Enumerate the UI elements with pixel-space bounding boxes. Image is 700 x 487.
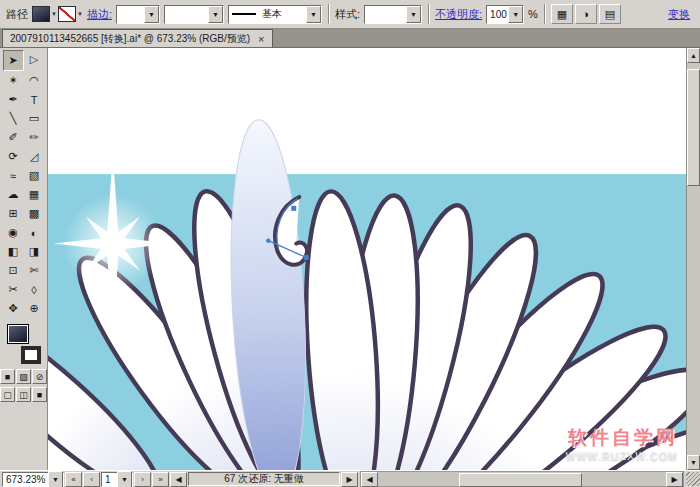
chevron-down-icon[interactable]: ▼ (48, 471, 63, 487)
scissors-tool[interactable]: ✂ (3, 280, 24, 299)
lasso-tool[interactable]: ◠ (24, 71, 45, 90)
status-next-icon[interactable]: ▶ (341, 472, 358, 487)
paintbrush-tool[interactable]: ✐ (3, 128, 24, 147)
none-mode-button[interactable]: ⊘ (32, 369, 47, 384)
anchor-point (291, 206, 296, 211)
scroll-down-icon[interactable]: ▼ (687, 455, 700, 470)
eraser-tool[interactable]: ◊ (24, 280, 45, 299)
transform-link[interactable]: 变换 (668, 7, 690, 22)
horizontal-scroll-thumb[interactable] (459, 473, 582, 487)
horizontal-scrollbar: ◀ ▶ (360, 471, 684, 487)
pen-tool[interactable]: ✒ (3, 90, 24, 109)
type-tool[interactable]: T (24, 90, 45, 109)
style-label: 样式: (335, 7, 360, 22)
document-tab[interactable]: 2007910113452665 [转换].ai* @ 673.23% (RGB… (2, 29, 273, 47)
rectangle-tool[interactable]: ▭ (24, 109, 45, 128)
crop-tool[interactable]: ⊡ (3, 261, 24, 280)
stroke-color-swatch[interactable] (58, 6, 76, 22)
fullscreen-button[interactable]: ■ (32, 387, 47, 402)
next-page-button[interactable]: › (134, 472, 151, 487)
chevron-down-icon[interactable]: ▼ (306, 6, 321, 23)
scale-tool[interactable]: ◿ (24, 147, 45, 166)
chevron-down-icon[interactable]: ▼ (208, 6, 223, 23)
normal-screen-button[interactable]: ▢ (0, 387, 15, 402)
hand-tool[interactable]: ✥ (3, 299, 24, 318)
fill-swatch[interactable] (7, 324, 29, 344)
opacity-combo[interactable]: 100 ▼ (486, 5, 524, 24)
mask-icon[interactable]: ◑ (575, 4, 597, 24)
close-icon[interactable]: × (258, 34, 264, 44)
first-page-button[interactable]: « (65, 472, 82, 487)
zoom-combo[interactable]: 673.23% ▼ (2, 472, 64, 487)
graph-style-icon[interactable]: ▦ (551, 4, 573, 24)
chevron-down-icon[interactable]: ▼ (144, 6, 159, 23)
chevron-down-icon[interactable]: ▼ (406, 6, 421, 23)
prev-page-button[interactable]: ‹ (83, 472, 100, 487)
variable-width-combo[interactable]: ▼ (164, 5, 224, 24)
illustrator-window: 路径 ▼ ▼ 描边: ▼ ▼ 基本 ▼ 样式: ▼ 不透明度: 1 (0, 0, 700, 487)
line-tool[interactable]: ╲ (3, 109, 24, 128)
chevron-down-icon[interactable]: ▼ (77, 11, 83, 17)
brush-value: 基本 (259, 7, 306, 21)
magic-wand-tool[interactable]: ✶ (3, 71, 24, 90)
symbol-sprayer-tool[interactable]: ☁ (3, 185, 24, 204)
gradient-mode-button[interactable]: ▨ (16, 369, 31, 384)
opacity-value: 100 (487, 9, 508, 20)
fill-color-swatch[interactable] (32, 6, 50, 22)
slice-tool[interactable]: ✄ (24, 261, 45, 280)
history-status: 67 次还原: 无重做 (188, 472, 340, 486)
style-combo[interactable]: ▼ (364, 5, 422, 24)
stroke-weight-combo[interactable]: ▼ (116, 5, 160, 24)
free-transform-tool[interactable]: ▧ (24, 166, 45, 185)
artwork (48, 48, 686, 470)
stroke-link[interactable]: 描边: (87, 7, 112, 22)
screen-mode-row: ▢◫■ (0, 387, 47, 402)
eyedropper-tool[interactable]: ◉ (3, 223, 24, 242)
control-bar: 路径 ▼ ▼ 描边: ▼ ▼ 基本 ▼ 样式: ▼ 不透明度: 1 (0, 0, 700, 29)
last-page-button[interactable]: » (152, 472, 169, 487)
fullscreen-menu-button[interactable]: ◫ (16, 387, 31, 402)
vertical-scroll-thumb[interactable] (687, 69, 700, 186)
control-icons: ▦◑▤ (551, 4, 621, 24)
resize-gripper[interactable] (686, 472, 700, 486)
chevron-down-icon[interactable]: ▼ (117, 471, 132, 487)
document-title: 2007910113452665 [转换].ai* @ 673.23% (RGB… (10, 32, 250, 46)
zoom-tool[interactable]: ⊕ (24, 299, 45, 318)
color-mode-button[interactable]: ■ (0, 369, 15, 384)
warp-tool[interactable]: ≈ (3, 166, 24, 185)
canvas-area[interactable]: 软件自学网 WWW.RUZXW.COM (48, 48, 686, 470)
graph-tool[interactable]: ▦ (24, 185, 45, 204)
brush-combo[interactable]: 基本 ▼ (228, 5, 322, 24)
pencil-tool[interactable]: ✏ (24, 128, 45, 147)
chevron-down-icon[interactable]: ▼ (51, 11, 57, 17)
selection-tool[interactable]: ➤ (3, 50, 24, 71)
live-paint-selection-tool[interactable]: ◨ (24, 242, 45, 261)
divider (328, 4, 329, 24)
vertical-scroll-track[interactable] (687, 63, 700, 455)
document-tab-bar: 2007910113452665 [转换].ai* @ 673.23% (RGB… (0, 29, 700, 48)
chevron-down-icon[interactable]: ▼ (508, 6, 523, 23)
scroll-left-icon[interactable]: ◀ (361, 472, 378, 487)
vertical-scrollbar: ▲ ▼ (686, 48, 700, 470)
gradient-tool[interactable]: ▩ (24, 204, 45, 223)
status-prev-icon[interactable]: ◀ (170, 472, 187, 487)
blend-tool[interactable]: ◐ (24, 223, 45, 242)
live-paint-bucket-tool[interactable]: ◧ (3, 242, 24, 261)
direct-selection-tool[interactable]: ▷ (24, 50, 45, 69)
align-panel-icon[interactable]: ▤ (599, 4, 621, 24)
scroll-right-icon[interactable]: ▶ (666, 472, 683, 487)
divider (544, 4, 545, 24)
opacity-link[interactable]: 不透明度: (435, 7, 482, 22)
scroll-up-icon[interactable]: ▲ (687, 48, 700, 63)
stroke-swatch[interactable] (21, 346, 41, 364)
horizontal-scroll-track[interactable] (378, 473, 666, 485)
swatch-mode-row: ■▨⊘ (0, 369, 47, 384)
page-combo[interactable]: 1 ▼ (101, 472, 133, 487)
mesh-tool[interactable]: ⊞ (3, 204, 24, 223)
anchor-point (304, 255, 309, 260)
page-value: 1 (102, 474, 117, 485)
rotate-tool[interactable]: ⟳ (3, 147, 24, 166)
handle-point (266, 238, 270, 242)
panel-label: 路径 (6, 7, 28, 22)
status-bar: 673.23% ▼ « ‹ 1 ▼ › » ◀ 67 次还原: 无重做 ▶ ◀ … (0, 470, 700, 487)
